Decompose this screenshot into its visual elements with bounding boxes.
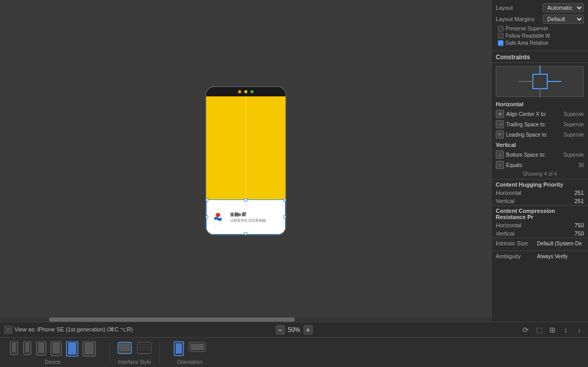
device-icon-6[interactable]	[81, 340, 97, 358]
constraint-line-right	[547, 81, 561, 82]
layout-section: Layout Automatic Layout Margins Default …	[492, 0, 588, 51]
bottom-left: □ View as: iPhone SE (1st generation) (⌘…	[4, 326, 133, 334]
logo-svg	[211, 210, 225, 224]
intrinsic-value: Default (System De	[537, 241, 584, 246]
hugging-v-label: Vertical	[496, 198, 527, 204]
minimize-dot	[244, 90, 247, 93]
constraint-trailing: ⊣ Trailing Space to: Supervie	[492, 119, 588, 129]
handle-br[interactable]	[283, 232, 285, 235]
svg-rect-25	[191, 344, 204, 350]
crop-icon[interactable]: ⊞	[548, 325, 557, 335]
panel-toggle-btn[interactable]: □	[4, 326, 12, 334]
preserve-label: Preserve Supervie	[506, 26, 548, 31]
logo-circle	[210, 209, 226, 225]
frame-icon[interactable]: ⬚	[534, 325, 544, 335]
constraint-icon-2: ⊣	[496, 120, 504, 128]
svg-rect-13	[68, 342, 76, 355]
follow-label: Follow Readable W	[506, 33, 550, 39]
device-group: Device	[8, 340, 97, 365]
orientation-landscape-icon[interactable]	[188, 340, 207, 358]
constraint-val-5: 30	[578, 162, 584, 168]
hugging-h-value: 251	[575, 190, 584, 196]
hugging-v-value: 251	[575, 198, 584, 204]
orientation-label: Orientation	[177, 359, 203, 365]
intrinsic-row: Intrinsic Size Default (System De	[492, 238, 588, 248]
device-icon-4[interactable]	[49, 340, 63, 358]
constraint-equals: = Equals: 30	[492, 160, 588, 170]
svg-rect-11	[53, 342, 60, 354]
download-icon[interactable]: ↓	[575, 325, 584, 335]
interface-dark-icon[interactable]	[136, 340, 153, 358]
constraint-icon-4: ⊥	[496, 151, 504, 159]
safe-row: ✓ Safe Area Relative	[496, 40, 584, 46]
constraint-line-bottom	[540, 88, 541, 97]
handle-tl[interactable]	[206, 198, 208, 202]
device-icon-2[interactable]	[22, 340, 33, 358]
compression-vertical-row: Vertical 750	[492, 229, 588, 238]
svg-rect-18	[119, 353, 130, 354]
constraint-line-top	[540, 65, 541, 75]
card-subtitle: 让财富和生活完美相融	[230, 218, 266, 223]
interface-light-icon[interactable]	[116, 340, 133, 358]
device-icon-3[interactable]	[35, 340, 47, 358]
compression-title: Content Compression Resistance Pr	[492, 206, 588, 221]
constraint-val-2: Supervie	[564, 122, 584, 127]
device-status-bar	[206, 87, 285, 96]
svg-rect-9	[38, 342, 44, 353]
ambiguity-label: Ambiguity	[496, 253, 537, 259]
svg-rect-17	[119, 343, 130, 352]
handle-mr[interactable]	[283, 215, 285, 219]
card-text: 金融e家 让财富和生活完美相融	[230, 211, 266, 223]
horizontal-label: Horizontal	[496, 101, 584, 107]
handle-ml[interactable]	[206, 215, 208, 219]
bottom-bar: □ View as: iPhone SE (1st generation) (⌘…	[0, 322, 588, 337]
canvas-scrollbar[interactable]	[0, 318, 491, 322]
preserve-checkbox[interactable]	[498, 26, 503, 31]
constraint-line-left	[519, 81, 533, 82]
orientation-portrait-icon[interactable]	[172, 340, 186, 358]
zoom-plus-btn[interactable]: +	[304, 325, 313, 335]
ambiguity-value: Always Verify	[537, 254, 584, 259]
interface-label: Interface Style	[118, 359, 151, 365]
orientation-icons-row	[172, 340, 207, 358]
handle-bl[interactable]	[206, 232, 208, 235]
compression-v-label: Vertical	[496, 230, 527, 237]
handle-bm[interactable]	[244, 232, 247, 235]
hugging-horizontal-row: Horizontal 251	[492, 189, 588, 197]
expand-dot	[250, 90, 254, 93]
hugging-h-label: Horizontal	[496, 190, 527, 196]
layout-margins-dropdown[interactable]: Default	[543, 14, 584, 24]
constraint-text-3: Leading Space to:	[506, 132, 562, 138]
constraints-title: Constraints	[492, 51, 588, 63]
zoom-minus-btn[interactable]: −	[275, 325, 284, 335]
constraints-inner-box	[532, 74, 548, 89]
constraint-text-1: Align Center X to:	[506, 111, 562, 117]
interface-group: Interface Style	[116, 340, 153, 365]
device-body: 金融e家 让财富和生活完美相融	[205, 86, 287, 236]
layout-dropdown[interactable]: Automatic	[543, 3, 584, 12]
preserve-row: Preserve Supervie	[496, 26, 584, 31]
compression-v-value: 750	[575, 230, 584, 237]
constraints-viz	[496, 66, 584, 97]
refresh-icon[interactable]: ⟳	[521, 325, 530, 335]
device-toolbar: Device Interface Style Orientation	[0, 337, 588, 367]
device-icons-row	[8, 340, 97, 358]
layout-label: Layout	[496, 5, 537, 11]
device-frame: 金融e家 让财富和生活完美相融	[205, 86, 287, 236]
constraint-icon-3: ⊢	[496, 130, 504, 139]
follow-checkbox[interactable]	[498, 33, 503, 39]
svg-rect-20	[139, 343, 150, 352]
constraint-text-4: Bottom Space to:	[506, 152, 562, 158]
layout-row: Layout Automatic	[496, 3, 584, 12]
safe-checkbox[interactable]: ✓	[498, 40, 503, 46]
compression-h-label: Horizontal	[496, 222, 527, 228]
device-icon-1[interactable]	[8, 340, 20, 358]
handle-tr[interactable]	[283, 198, 285, 202]
toolbar-separator-1	[109, 342, 110, 363]
device-icon-5-active[interactable]	[65, 340, 79, 358]
scrollbar-thumb[interactable]	[49, 318, 295, 322]
screen-card: 金融e家 让财富和生活完美相融	[206, 199, 285, 235]
size-icon[interactable]: ↕	[561, 325, 570, 335]
svg-rect-23	[176, 343, 182, 354]
compression-horizontal-row: Horizontal 750	[492, 221, 588, 229]
